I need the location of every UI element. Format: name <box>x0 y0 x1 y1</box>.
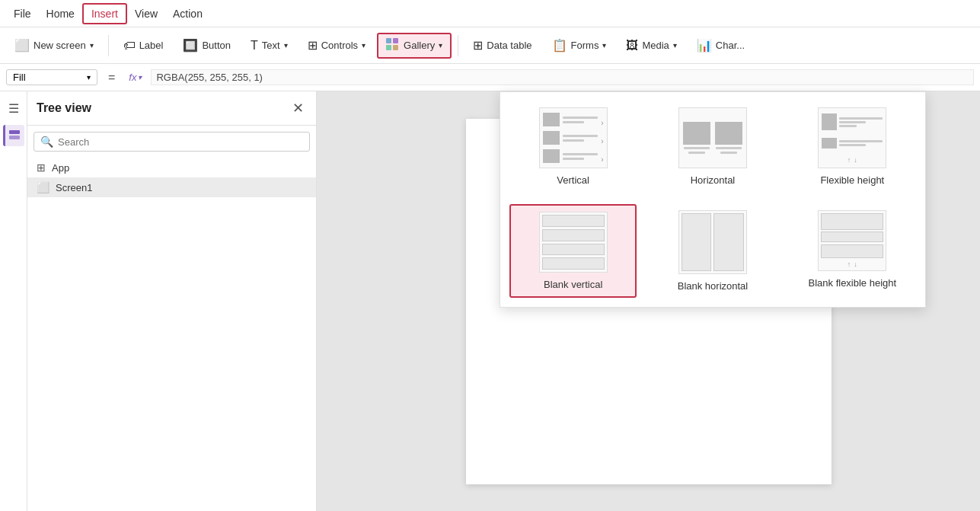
media-button[interactable]: 🖼 Media ▾ <box>618 34 685 57</box>
formula-fx-button[interactable]: fx ▾ <box>126 72 145 83</box>
svg-rect-0 <box>386 38 391 43</box>
menu-insert[interactable]: Insert <box>82 3 127 24</box>
forms-chevron-icon: ▾ <box>602 41 606 50</box>
svg-rect-3 <box>393 45 398 50</box>
label-icon: 🏷 <box>123 39 136 53</box>
search-icon: 🔍 <box>40 136 53 148</box>
controls-icon: ⊞ <box>308 38 318 53</box>
menu-home[interactable]: Home <box>39 3 82 24</box>
gallery-dropdown: › › › Vertical <box>500 91 926 308</box>
gallery-item-blank-horizontal[interactable]: Blank horizontal <box>649 204 776 298</box>
screen-icon: ⬜ <box>37 181 49 193</box>
gallery-icon <box>386 38 400 53</box>
tree-item-screen1[interactable]: ⬜ Screen1 <box>27 177 316 197</box>
blank-flexible-height-label: Blank flexible height <box>809 277 897 289</box>
data-table-icon: ⊞ <box>473 38 483 53</box>
tree-item-app[interactable]: ⊞ App <box>27 158 316 177</box>
canvas-area: › › › Vertical <box>317 91 980 511</box>
gallery-item-flexible-height[interactable]: ↑↓ Flexible height <box>789 101 916 192</box>
label-button[interactable]: 🏷 Label <box>115 34 172 57</box>
gallery-grid: › › › Vertical <box>509 101 916 298</box>
tree-header: Tree view ✕ <box>27 91 316 126</box>
formula-bar: Fill ▾ = fx ▾ RGBA(255, 255, 255, 1) <box>0 64 980 91</box>
app-icon: ⊞ <box>37 161 46 174</box>
menu-view[interactable]: View <box>127 3 165 24</box>
vertical-label: Vertical <box>557 174 589 186</box>
horizontal-thumb <box>678 107 747 168</box>
menu-file[interactable]: File <box>6 3 39 24</box>
formula-equals: = <box>104 71 120 85</box>
data-table-button[interactable]: ⊞ Data table <box>464 34 540 57</box>
layers-icon[interactable] <box>3 125 24 146</box>
gallery-chevron-icon: ▾ <box>439 41 442 50</box>
text-icon: T <box>251 39 258 53</box>
toolbar-separator-1 <box>108 35 109 56</box>
selector-chevron-icon: ▾ <box>87 73 91 81</box>
formula-value[interactable]: RGBA(255, 255, 255, 1) <box>151 69 974 85</box>
chart-icon: 📊 <box>697 38 712 53</box>
button-icon: 🔲 <box>183 38 198 53</box>
controls-chevron-icon: ▾ <box>362 41 366 50</box>
toolbar-separator-2 <box>458 35 458 56</box>
blank-vertical-label: Blank vertical <box>544 279 602 290</box>
new-screen-button[interactable]: ⬜ New screen ▾ <box>6 34 102 57</box>
gallery-button[interactable]: Gallery ▾ <box>377 33 452 59</box>
svg-rect-4 <box>9 130 20 134</box>
blank-horizontal-thumb <box>678 210 747 274</box>
gallery-item-horizontal[interactable]: Horizontal <box>649 101 776 192</box>
svg-rect-5 <box>9 136 20 139</box>
fx-chevron-icon: ▾ <box>138 73 142 81</box>
forms-icon: 📋 <box>552 38 567 53</box>
tree-title: Tree view <box>37 101 91 115</box>
horizontal-label: Horizontal <box>691 174 736 186</box>
hamburger-menu-icon[interactable]: ☰ <box>3 97 24 119</box>
sidebar-icons: ☰ <box>0 91 27 511</box>
tree-panel: Tree view ✕ 🔍 ⊞ App ⬜ Screen1 <box>27 91 317 511</box>
svg-rect-2 <box>386 45 391 50</box>
controls-button[interactable]: ⊞ Controls ▾ <box>299 34 374 57</box>
new-screen-chevron-icon: ▾ <box>90 41 94 50</box>
media-icon: 🖼 <box>626 39 638 53</box>
text-chevron-icon: ▾ <box>284 41 288 50</box>
flexible-height-label: Flexible height <box>820 174 884 186</box>
blank-flexible-height-thumb: ↑↓ <box>818 210 886 271</box>
forms-button[interactable]: 📋 Forms ▾ <box>544 34 615 57</box>
flexible-height-thumb: ↑↓ <box>818 107 886 168</box>
search-input[interactable] <box>58 136 303 148</box>
menu-bar: File Home Insert View Action <box>0 0 980 27</box>
tree-close-button[interactable]: ✕ <box>289 99 307 117</box>
media-chevron-icon: ▾ <box>673 41 677 50</box>
chart-button[interactable]: 📊 Char... <box>688 34 753 57</box>
vertical-thumb: › › › <box>539 107 608 168</box>
blank-horizontal-label: Blank horizontal <box>678 280 749 292</box>
formula-selector[interactable]: Fill ▾ <box>6 69 97 85</box>
gallery-item-blank-flexible-height[interactable]: ↑↓ Blank flexible height <box>789 204 916 298</box>
tree-search[interactable]: 🔍 <box>34 132 310 152</box>
text-button[interactable]: T Text ▾ <box>242 34 296 57</box>
menu-action[interactable]: Action <box>165 3 210 24</box>
gallery-item-vertical[interactable]: › › › Vertical <box>509 101 637 192</box>
svg-rect-1 <box>393 38 398 43</box>
button-button[interactable]: 🔲 Button <box>174 34 239 57</box>
blank-vertical-thumb <box>539 212 608 273</box>
toolbar: ⬜ New screen ▾ 🏷 Label 🔲 Button T Text ▾… <box>0 27 980 64</box>
main-area: ☰ Tree view ✕ 🔍 ⊞ App ⬜ Screen1 <box>0 91 980 511</box>
new-screen-icon: ⬜ <box>14 38 30 53</box>
gallery-item-blank-vertical[interactable]: Blank vertical <box>509 204 637 298</box>
